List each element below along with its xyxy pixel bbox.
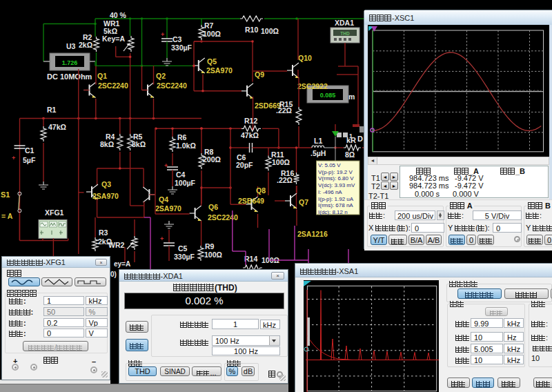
svg-text:2SC2240: 2SC2240 [208,213,238,222]
svg-text:+: + [161,31,164,38]
svg-text:ey=A: ey=A [114,260,130,268]
svg-text:Q3: Q3 [101,180,111,188]
svg-text:V(dc): 3.93 mV: V(dc): 3.93 mV [318,182,355,188]
svg-text:100Ω: 100Ω [203,30,221,38]
svg-text:= A: = A [1,212,13,220]
svg-text:V: 5.05 V: V: 5.05 V [318,162,341,168]
svg-text:2SC2922: 2SC2922 [297,82,328,90]
svg-text:I(p-p): 1.92 uA: I(p-p): 1.92 uA [318,196,354,202]
svg-text:Q1: Q1 [97,72,107,80]
svg-text:Q8: Q8 [256,186,266,195]
svg-text:R6: R6 [177,133,187,141]
svg-text:+: + [12,155,15,161]
svg-text:2SB649: 2SB649 [238,197,264,205]
svg-text:2SA970: 2SA970 [92,192,119,200]
svg-text:V(p-p): 19.2 V: V(p-p): 19.2 V [318,169,353,175]
svg-text:S1: S1 [1,190,10,199]
svg-text:R9: R9 [205,242,215,251]
svg-text:C3: C3 [172,35,182,43]
svg-text:200Ω: 200Ω [203,155,221,164]
svg-text:I(dc): 8.12 n: I(dc): 8.12 n [318,209,348,215]
svg-text:D: D [357,135,363,143]
svg-text:1.0kΩ: 1.0kΩ [176,141,196,150]
svg-text:Key=A: Key=A [102,35,125,43]
svg-text:5µF: 5µF [23,156,36,164]
svg-text:100Ω: 100Ω [261,27,279,35]
svg-text:.22Ω: .22Ω [276,106,292,115]
svg-text:R14: R14 [244,255,257,263]
svg-text:0): 0) [110,271,117,278]
svg-text:0.085: 0.085 [320,92,336,99]
svg-text:40 %: 40 % [110,11,127,19]
svg-text:Q9: Q9 [255,70,264,79]
svg-text:THD: THD [340,31,350,36]
svg-text:DC 10MOhm: DC 10MOhm [47,72,92,81]
svg-text:8Ω: 8Ω [345,150,355,159]
svg-text:Q5: Q5 [207,57,217,66]
svg-text:kR: kR [346,136,356,144]
svg-text:+: + [160,235,164,242]
svg-text:2SA1216: 2SA1216 [297,230,328,238]
svg-text:+: + [164,162,168,169]
svg-text:2SC2240: 2SC2240 [98,81,128,90]
svg-text:R1: R1 [47,106,57,114]
svg-text:100µF: 100µF [175,179,196,187]
svg-text:Q7: Q7 [299,198,308,206]
svg-text:L1: L1 [314,137,322,145]
svg-text:2SC2240: 2SC2240 [157,81,187,90]
svg-text:I(rms): 678 nA: I(rms): 678 nA [318,202,353,208]
svg-text:WR2: WR2 [108,241,124,249]
svg-text:2kΩ: 2kΩ [79,41,92,49]
svg-text:I: -496 nA: I: -496 nA [318,189,342,195]
svg-text:2SA970: 2SA970 [155,204,181,213]
svg-text:100Ω: 100Ω [204,251,222,259]
svg-text:XDA1: XDA1 [335,19,354,27]
svg-text:2SA970: 2SA970 [206,66,233,75]
svg-text:V(rms): 6.80 V: V(rms): 6.80 V [318,175,354,182]
svg-text:330µF: 330µF [171,43,193,52]
svg-text:R3: R3 [99,228,108,237]
svg-text:.22Ω: .22Ω [277,176,293,184]
svg-text:U3: U3 [66,42,76,50]
svg-text:R10: R10 [245,26,258,34]
svg-text:R12: R12 [244,117,257,125]
svg-text:.5µH: .5µH [310,149,326,157]
svg-text:47kΩ: 47kΩ [241,131,259,139]
svg-text:Q6: Q6 [208,203,218,211]
svg-text:Q10: Q10 [298,54,312,62]
svg-text:C1: C1 [25,146,34,155]
svg-text:Q2: Q2 [156,72,166,80]
svg-text:R7: R7 [204,21,214,30]
svg-text:m: m [348,92,355,101]
svg-text:330µF: 330µF [174,253,195,261]
svg-text:C5: C5 [178,244,188,253]
svg-text:47kΩ: 47kΩ [48,123,66,131]
svg-text:1.726: 1.726 [62,59,78,66]
svg-text:Q4: Q4 [159,195,168,204]
svg-text:XFG1: XFG1 [45,208,64,217]
svg-text:8kΩ: 8kΩ [132,140,146,148]
svg-text:100Ω: 100Ω [272,158,290,166]
svg-text:8kΩ: 8kΩ [100,140,114,148]
svg-text:C4: C4 [176,170,186,179]
svg-text:20pF: 20pF [236,161,253,169]
